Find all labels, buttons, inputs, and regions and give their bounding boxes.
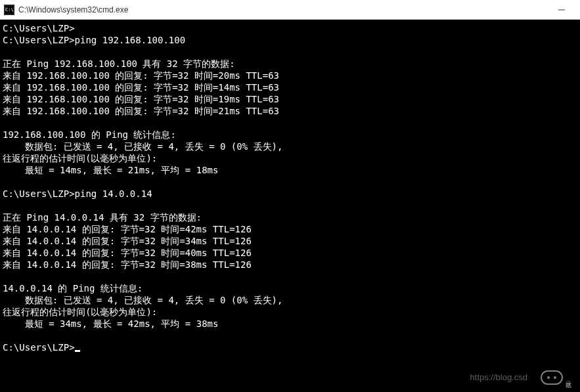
terminal-line: 192.168.100.100 的 Ping 统计信息: — [3, 129, 176, 140]
window-title: C:\Windows\system32\cmd.exe — [18, 5, 547, 14]
terminal-line: 来自 192.168.100.100 的回复: 字节=32 时间=20ms TT… — [3, 70, 279, 81]
terminal-line: 来自 14.0.0.14 的回复: 字节=32 时间=40ms TTL=126 — [3, 248, 252, 258]
terminal-line: 最短 = 34ms, 最长 = 42ms, 平均 = 38ms — [3, 318, 218, 329]
cloud-icon — [541, 370, 563, 385]
terminal-line: 来自 14.0.0.14 的回复: 字节=32 时间=38ms TTL=126 — [3, 259, 252, 270]
terminal-line: 来自 192.168.100.100 的回复: 字节=32 时间=19ms TT… — [3, 94, 279, 104]
terminal-prompt: C:\Users\LZP> — [3, 342, 75, 353]
terminal-line: 正在 Ping 14.0.0.14 具有 32 字节的数据: — [3, 212, 202, 223]
terminal-line: 来自 192.168.100.100 的回复: 字节=32 时间=14ms TT… — [3, 82, 279, 93]
cmd-icon: C:\ — [4, 5, 14, 15]
watermark-text: https://blog.csd — [470, 372, 527, 382]
terminal-cursor — [75, 350, 80, 352]
terminal-line: 数据包: 已发送 = 4, 已接收 = 4, 丢失 = 0 (0% 丢失), — [3, 295, 282, 305]
window-titlebar: C:\ C:\Windows\system32\cmd.exe — [0, 0, 580, 20]
terminal-line: 最短 = 14ms, 最长 = 21ms, 平均 = 18ms — [3, 165, 218, 175]
terminal-line: 来自 192.168.100.100 的回复: 字节=32 时间=21ms TT… — [3, 106, 279, 116]
terminal-output[interactable]: C:\Users\LZP> C:\Users\LZP>ping 192.168.… — [0, 20, 580, 392]
terminal-line: 往返行程的估计时间(以毫秒为单位): — [3, 153, 157, 163]
terminal-line: 14.0.0.14 的 Ping 统计信息: — [3, 283, 143, 294]
terminal-line: 正在 Ping 192.168.100.100 具有 32 字节的数据: — [3, 58, 235, 69]
terminal-line: 数据包: 已发送 = 4, 已接收 = 4, 丢失 = 0 (0% 丢失), — [3, 141, 282, 152]
terminal-line: 来自 14.0.0.14 的回复: 字节=32 时间=42ms TTL=126 — [3, 224, 252, 234]
terminal-line: 往返行程的估计时间(以毫秒为单位): — [3, 307, 157, 317]
window-controls — [547, 0, 576, 19]
terminal-line: C:\Users\LZP>ping 192.168.100.100 — [3, 35, 185, 45]
terminal-line: 来自 14.0.0.14 的回复: 字节=32 时间=34ms TTL=126 — [3, 236, 252, 246]
minimize-button[interactable] — [547, 0, 576, 19]
logo-watermark: 亿速云 — [538, 368, 575, 387]
terminal-line: C:\Users\LZP>ping 14.0.0.14 — [3, 188, 152, 199]
terminal-line: C:\Users\LZP> — [3, 23, 75, 33]
svg-text:C:\: C:\ — [5, 7, 14, 12]
